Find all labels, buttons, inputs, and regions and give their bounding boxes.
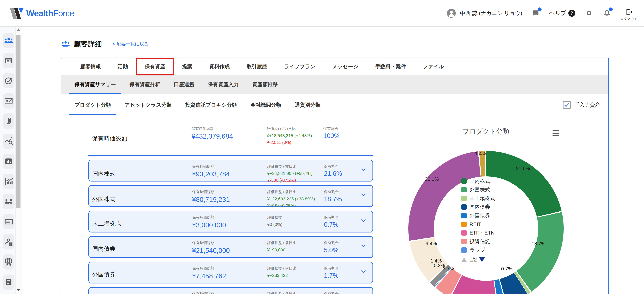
chevron-down-icon[interactable] (360, 191, 367, 200)
click-annotation-box (136, 58, 174, 76)
legend-item[interactable]: ETF・ETN (461, 229, 495, 237)
holdings-summary: 保有時価総額 保有時価総額¥432,379,684 評価損益 / 前日比 ¥+1… (61, 116, 608, 294)
tab-messages[interactable]: メッセージ (326, 58, 365, 75)
chevron-down-icon[interactable] (360, 166, 367, 174)
chevron-down-icon[interactable] (360, 217, 367, 225)
tab-transactions[interactable]: 取引履歴 (240, 58, 274, 75)
chart-search-icon (4, 136, 14, 146)
legend-item[interactable]: REIT (461, 220, 495, 228)
legend-item[interactable]: 国内債券 (461, 203, 495, 211)
subtab-account-link[interactable]: 口座連携 (168, 75, 200, 94)
slice-label: 1.4% (475, 151, 486, 156)
sidebar-item-partnership[interactable] (3, 254, 14, 269)
active-classtab-indicator (69, 114, 116, 115)
subtab-bar: 保有資産サマリー 保有資産分析 口座連携 保有資産入力 資産額推移 (61, 75, 608, 94)
tab-activity[interactable]: 活動 (111, 58, 134, 75)
chevron-down-icon[interactable] (360, 268, 367, 276)
asset-row-foreign-stocks[interactable]: 外国株式 保有時価総額¥80,719,231 評価損益 / 前日比 ¥+22,6… (88, 185, 373, 207)
legend-item[interactable]: 外国株式 (461, 186, 495, 193)
settings-button[interactable] (584, 9, 594, 18)
sidebar-item-user-settings[interactable] (3, 234, 14, 249)
total-pl-1: ¥+18,548,315 (+4.48%) (267, 132, 323, 139)
scroll-up-arrow[interactable] (16, 29, 20, 31)
sidebar (0, 27, 22, 294)
chart-menu-icon[interactable] (552, 130, 560, 136)
legend-item[interactable]: 国内株式 (461, 177, 495, 185)
logout-button[interactable]: ログアウト (620, 8, 638, 21)
sidebar-item-news-card[interactable] (3, 214, 14, 229)
sidebar-item-market-analysis[interactable] (3, 134, 14, 149)
asset-row-domestic-stocks[interactable]: 国内株式 保有時価総額¥93,203,784 評価損益 / 前日比 ¥+34,8… (88, 160, 373, 181)
tab-fees-cases[interactable]: 手数料・案件 (369, 58, 412, 75)
chart-title: プロダクト分類 (408, 127, 564, 136)
total-label: 保有時価総額 (88, 134, 192, 143)
scroll-down-arrow[interactable] (16, 288, 20, 291)
classtab-fund-proxy[interactable]: 投資信託プロキシ分類 (180, 94, 242, 116)
sidebar-item-forms[interactable] (3, 274, 14, 290)
asset-row-domestic-bonds[interactable]: 国内債券 保有時価総額¥21,540,000 評価損益 / 前日比 ¥+90,0… (88, 236, 373, 258)
wealthforce-logo[interactable]: WealthForce (9, 7, 74, 20)
tab-proposals[interactable]: 提案 (176, 58, 199, 75)
bar-chart-icon (4, 157, 13, 166)
legend-item[interactable]: 外国債券 (461, 212, 495, 219)
asset-row-reit[interactable]: REIT 保有時価総額 評価損益 / 前日比 ¥-46,000,000 (-66… (88, 287, 373, 294)
total-amount: ¥432,379,684 (192, 132, 267, 140)
legend-item[interactable]: 投資信託 (461, 238, 495, 245)
sidebar-item-performance[interactable] (3, 174, 14, 189)
manual-assets-label: 手入力資産 (574, 102, 600, 108)
slice-label: 26.1% (425, 176, 439, 182)
classtab-institution[interactable]: 金融機関分類 (245, 94, 286, 116)
tab-files[interactable]: ファイル (416, 58, 450, 75)
sidebar-item-tasks[interactable] (3, 73, 14, 88)
tab-holdings[interactable]: 保有資産 (138, 58, 172, 75)
tab-materials[interactable]: 資料作成 (202, 58, 236, 75)
tab-lifeplan[interactable]: ライフプラン (277, 58, 322, 75)
person-grid-icon (4, 237, 14, 247)
calendar-icon (4, 56, 13, 65)
legend-item[interactable]: ラップ (461, 246, 495, 254)
subtab-holdings-analysis[interactable]: 保有資産分析 (124, 75, 166, 94)
legend-item[interactable]: 未上場株式 (461, 194, 495, 202)
chevron-down-icon[interactable] (360, 242, 367, 251)
classtab-product[interactable]: プロダクト分類 (69, 94, 116, 116)
legend-pagination: 1/2 (461, 256, 495, 264)
sidebar-item-reports[interactable] (3, 154, 14, 169)
slice-label: 9.4% (426, 241, 437, 246)
sidebar-item-attachments[interactable] (3, 113, 14, 129)
subtab-asset-trend[interactable]: 資産額推移 (247, 75, 283, 94)
notification-dot (609, 8, 613, 11)
slice-label: 18.7% (532, 241, 546, 246)
manual-assets-filter[interactable]: 手入力資産 (563, 94, 600, 116)
user-menu[interactable]: 中西 諒 (ナカニシ リョウ) (446, 8, 522, 19)
help-icon: ? (568, 10, 575, 17)
notifications-button[interactable] (602, 9, 612, 18)
sidebar-item-customers[interactable] (3, 33, 14, 48)
back-to-customer-list-link[interactable]: < 顧客一覧に戻る (112, 41, 149, 47)
sidebar-item-meetings[interactable] (3, 194, 14, 209)
logo-text: WealthForce (26, 8, 74, 18)
tab-customer-info[interactable]: 顧客情報 (74, 58, 107, 75)
tab-bar: 顧客情報 活動 保有資産 提案 資料作成 取引履歴 ライフプラン メッセージ 手… (61, 58, 608, 75)
sidebar-item-customer-card[interactable] (3, 93, 14, 109)
scrollbar-thumb[interactable] (16, 35, 20, 207)
asset-row-unlisted-stocks[interactable]: 未上場株式 保有時価総額¥3,000,000 評価損益 ¥0 (0%) 保有割合… (88, 211, 373, 232)
legend-page-up-icon[interactable] (461, 257, 467, 262)
legend-page-down-icon[interactable] (479, 257, 485, 262)
subtab-holdings-summary[interactable]: 保有資産サマリー (69, 75, 121, 94)
meeting-icon (4, 197, 14, 206)
help-button[interactable]: ヘルプ ? (549, 10, 575, 17)
sidebar-item-calendar[interactable] (3, 53, 14, 68)
checkbox-checked-icon[interactable] (563, 101, 571, 109)
sidebar-scrollbar[interactable] (15, 27, 22, 294)
total-pl-2: ¥-2,511 (0%) (267, 139, 323, 146)
main-content: 顧客詳細 < 顧客一覧に戻る 顧客情報 活動 保有資産 提案 (22, 27, 644, 294)
page-title: 顧客詳細 (74, 39, 102, 49)
logo-w-mark (9, 7, 24, 20)
active-subtab-indicator (69, 93, 121, 94)
classtab-currency[interactable]: 通貨別分類 (290, 94, 326, 116)
messages-button[interactable] (531, 9, 540, 18)
people-icon (4, 36, 14, 45)
asset-row-foreign-bonds[interactable]: 外国債券 保有時価総額¥7,458,762 評価損益 / 前日比 ¥+233,4… (88, 262, 373, 283)
subtab-holdings-input[interactable]: 保有資産入力 (202, 75, 244, 94)
classtab-asset-class[interactable]: アセットクラス分類 (119, 94, 177, 116)
